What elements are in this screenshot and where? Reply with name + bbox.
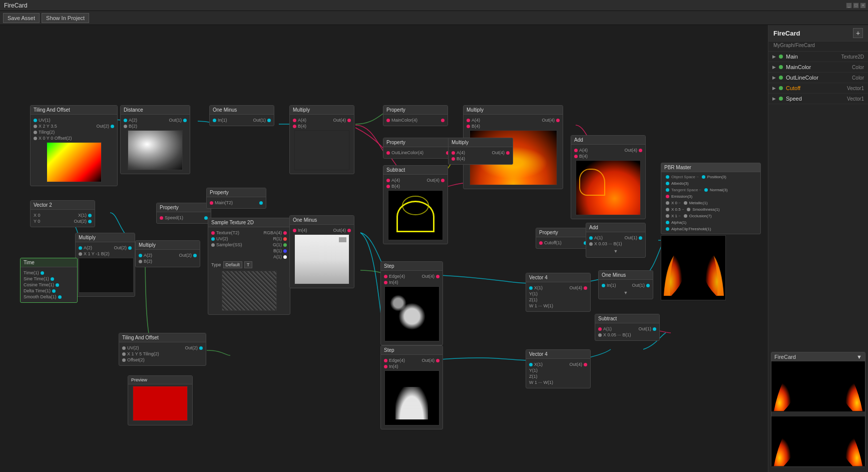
- save-asset-button[interactable]: Save Asset: [3, 13, 40, 23]
- add-node-2[interactable]: Add A(1) Out(1) X 0.03 ··· B(1) ▼: [586, 223, 646, 258]
- inspector-item-maincolor[interactable]: ▶ MainColor Color: [768, 62, 868, 73]
- property-speed-node[interactable]: Property Speed(1): [156, 203, 211, 224]
- chevron-icon: ▶: [772, 54, 776, 59]
- port-offset: [34, 137, 37, 140]
- chevron-icon: ▶: [772, 96, 776, 101]
- chevron-icon: ▶: [772, 86, 776, 91]
- inspector-dropdown-arrow[interactable]: ▼: [856, 354, 862, 360]
- blob-preview-2: [384, 370, 440, 425]
- inspector-fire-preview-2: [771, 416, 865, 466]
- port-uv-in: [34, 119, 37, 122]
- pbr-master-node[interactable]: PBR Master Object Space ·· Position(3) A…: [661, 163, 761, 234]
- property-maincolor-node[interactable]: Property MainColor(4): [383, 105, 448, 126]
- toolbar: Save Asset Show In Project: [0, 11, 868, 25]
- multiply-node-4[interactable]: Multiply A(2) Out(2) X 1 Y -1 B(2): [75, 233, 135, 297]
- multiply-node-5[interactable]: Multiply A(2) Out(2) B(2): [135, 240, 200, 267]
- sample-texture-2d-node[interactable]: Sample Texture 2D Texture(T2) RGBA(4) UV…: [208, 218, 290, 315]
- inspector-panel: FireCard + MyGraph/FireCard ▶ Main Textu…: [768, 25, 868, 472]
- noise-preview: [222, 271, 277, 311]
- inspector-subtitle: MyGraph/FireCard: [768, 42, 868, 52]
- one-minus-node-1[interactable]: One Minus In(1) Out(1): [209, 105, 274, 126]
- subtract-node-2[interactable]: Subtract A(1) Out(1) X 0.05 ··· B(1): [595, 314, 660, 341]
- tiling-and-offset-node-2[interactable]: Tiling And Offset UV(2) Out(2) X 1 Y 5 T…: [119, 333, 206, 366]
- multiply-node-3[interactable]: Multiply A(4) Out(4) B(4): [448, 138, 513, 165]
- item-dot: [779, 76, 783, 80]
- port-tiling: [34, 131, 37, 134]
- one-minus-node-3[interactable]: One Minus In(1) Out(1) ▼: [598, 270, 653, 299]
- inspector-item-cutoff[interactable]: ▶ Cutoff Vector1: [768, 83, 868, 94]
- subtract-node-1[interactable]: Subtract A(4) Out(4) B(4): [383, 165, 448, 244]
- blob-preview-1: [384, 286, 440, 341]
- multiply-node-1[interactable]: Multiply A(4) Out(4) B(4): [289, 105, 354, 174]
- property-main-node[interactable]: Property Main(T2): [206, 188, 266, 209]
- property-cutoff-node[interactable]: Property Cutoff(1): [536, 228, 591, 249]
- step-node-2[interactable]: Step Edge(4) Out(4) In(4): [380, 345, 443, 429]
- tiling-and-offset-node-1[interactable]: Tiling And Offset UV(1) X 2 Y 3.5 Out(2)…: [30, 105, 118, 186]
- distance-node[interactable]: Distance A(2) Out(1) B(2): [120, 105, 190, 174]
- inspector-add-button[interactable]: +: [853, 28, 863, 38]
- sphere-preview: [128, 130, 183, 170]
- chevron-icon: ▶: [772, 65, 776, 70]
- node-header: Vector 2: [31, 201, 95, 210]
- title-bar-text: FireCard: [4, 2, 28, 9]
- inspector-fire-preview-1: [771, 361, 865, 411]
- one-minus-node-2[interactable]: One Minus In(4) Out(4): [289, 215, 354, 288]
- inspector-item-main[interactable]: ▶ Main Texture2D: [768, 52, 868, 62]
- black-preview-1: [79, 258, 134, 293]
- minimize-button[interactable]: _: [846, 3, 852, 9]
- port-x: [34, 125, 37, 128]
- vector-4-node-1[interactable]: Vector 4 X(1) Out(4) Y(1) Z(1) W 1 ··· W…: [526, 273, 591, 312]
- time-node[interactable]: Time Time(1) Sine Time(1) Cosine Time(1)…: [20, 258, 78, 303]
- chevron-icon: ▶: [772, 75, 776, 80]
- port-out: [111, 125, 114, 128]
- vector-2-node[interactable]: Vector 2 X 0 X(1) Y 0 Out(2): [30, 200, 95, 227]
- title-bar-controls: _ □ ×: [846, 3, 866, 9]
- item-dot: [779, 86, 783, 90]
- red-preview-node-1[interactable]: Preview: [128, 375, 193, 425]
- item-dot: [779, 55, 783, 59]
- inspector-header: FireCard +: [768, 25, 868, 42]
- add-node-1[interactable]: Add A(4) Out(4) B(4): [571, 135, 646, 219]
- show-in-project-button[interactable]: Show In Project: [42, 13, 89, 23]
- inspector-firecard-label: FireCard: [774, 354, 796, 360]
- white-texture-preview: [294, 234, 349, 284]
- gradient-preview: [47, 142, 102, 182]
- fire-noise-preview: [294, 130, 349, 170]
- title-bar: FireCard _ □ ×: [0, 0, 868, 11]
- item-dot: [779, 65, 783, 69]
- inspector-item-outlinecolor[interactable]: ▶ OutLineColor Color: [768, 73, 868, 83]
- node-header: Tiling And Offset: [31, 106, 117, 115]
- canvas-area[interactable]: Tiling And Offset UV(1) X 2 Y 3.5 Out(2)…: [0, 25, 868, 472]
- close-button[interactable]: ×: [860, 3, 866, 9]
- property-outline-node[interactable]: Property OutLineColor(4): [383, 138, 453, 159]
- fire-edge-preview: [576, 160, 641, 215]
- vector-4-node-2[interactable]: Vector 4 X(1) Out(4) Y(1) Z(1) W 1 ··· W…: [526, 349, 591, 388]
- fire-card-preview-large-1: [661, 235, 726, 300]
- yellow-outline-preview: [388, 190, 443, 240]
- step-node-1[interactable]: Step Edge(4) Out(4) In(4): [380, 261, 443, 345]
- inspector-item-speed[interactable]: ▶ Speed Vector1: [768, 94, 868, 104]
- fire-card-inspector-node[interactable]: FireCard ▼: [771, 352, 865, 467]
- maximize-button[interactable]: □: [853, 3, 859, 9]
- item-dot: [779, 97, 783, 101]
